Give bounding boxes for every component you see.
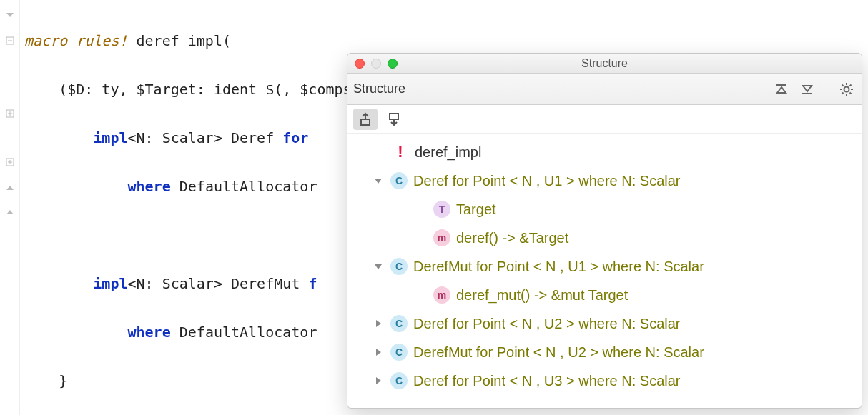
svg-point-10 bbox=[844, 86, 849, 91]
token-text: } bbox=[24, 372, 67, 389]
class-icon: C bbox=[390, 258, 408, 275]
gutter-fold-icon[interactable] bbox=[0, 101, 19, 126]
indent bbox=[24, 129, 93, 146]
gutter-fold-icon[interactable] bbox=[0, 4, 19, 29]
tree-label: Deref for Point < N , U3 > where N: Scal… bbox=[413, 373, 681, 389]
root: macro_rules! deref_impl( ($D: ty, $Targe… bbox=[0, 0, 868, 415]
tree-label: deref_mut() -> &mut Target bbox=[456, 287, 628, 304]
class-icon: C bbox=[390, 372, 408, 389]
class-icon: C bbox=[390, 315, 408, 332]
token-text: <N: Scalar> Deref bbox=[128, 129, 283, 146]
gutter-fold-icon[interactable] bbox=[0, 174, 19, 199]
macro-icon: ! bbox=[392, 144, 409, 161]
token-text: DefaultAllocator bbox=[171, 178, 317, 195]
token-keyword: f bbox=[308, 275, 317, 292]
indent bbox=[24, 275, 93, 292]
gutter-fold-icon[interactable] bbox=[0, 199, 19, 223]
toolbar-separator bbox=[827, 80, 827, 99]
disclosure-right-icon[interactable] bbox=[372, 317, 385, 330]
structure-panel: Structure Structure bbox=[347, 53, 862, 409]
svg-line-17 bbox=[842, 92, 844, 94]
tree-label: DerefMut for Point < N , U2 > where N: S… bbox=[413, 344, 704, 361]
tree-row[interactable]: !deref_impl bbox=[350, 138, 859, 166]
tree-label: deref_impl bbox=[415, 144, 481, 161]
tree-row[interactable]: TTarget bbox=[350, 195, 859, 224]
sub-toolbar bbox=[347, 105, 862, 134]
token-text: deref_impl( bbox=[128, 32, 232, 49]
disclosure-down-icon[interactable] bbox=[372, 260, 385, 273]
tree-row[interactable]: mderef_mut() -> &mut Target bbox=[350, 281, 859, 309]
tree-label: Deref for Point < N , U2 > where N: Scal… bbox=[413, 316, 681, 332]
tree-row[interactable]: CDeref for Point < N , U3 > where N: Sca… bbox=[350, 366, 859, 395]
class-icon: C bbox=[390, 172, 408, 189]
panel-title: Structure bbox=[353, 81, 405, 96]
toolbar: Structure bbox=[347, 74, 862, 105]
scroll-to-source-icon[interactable] bbox=[353, 109, 378, 130]
window-controls bbox=[347, 59, 398, 69]
tree-label: Deref for Point < N , U1 > where N: Scal… bbox=[413, 173, 681, 189]
indent bbox=[24, 178, 128, 195]
method-icon: m bbox=[433, 286, 450, 304]
token-keyword: where bbox=[128, 324, 171, 341]
token-macro: macro_rules! bbox=[24, 32, 128, 49]
scroll-from-source-icon[interactable] bbox=[382, 109, 406, 130]
tree-row[interactable]: CDerefMut for Point < N , U1 > where N: … bbox=[350, 252, 859, 281]
minimize-icon[interactable] bbox=[371, 59, 381, 69]
tree-label: DerefMut for Point < N , U1 > where N: S… bbox=[413, 259, 704, 275]
disclosure-right-icon[interactable] bbox=[372, 346, 385, 359]
token-keyword: impl bbox=[93, 129, 127, 146]
gear-icon[interactable] bbox=[837, 80, 856, 99]
disclosure-down-icon[interactable] bbox=[372, 174, 385, 187]
editor-gutter bbox=[0, 0, 20, 415]
collapse-up-icon[interactable] bbox=[772, 80, 791, 99]
disclosure-right-icon[interactable] bbox=[372, 374, 385, 387]
token-keyword: where bbox=[128, 178, 171, 195]
class-icon: C bbox=[390, 344, 408, 361]
tree-row[interactable]: CDerefMut for Point < N , U2 > where N: … bbox=[350, 338, 859, 366]
svg-rect-19 bbox=[361, 119, 370, 125]
token-text: <N: Scalar> DerefMut bbox=[128, 275, 309, 292]
svg-line-16 bbox=[850, 92, 852, 94]
tree-label: deref() -> &Target bbox=[456, 230, 568, 246]
structure-tree[interactable]: !deref_implCDeref for Point < N , U1 > w… bbox=[347, 134, 862, 408]
token-text: DefaultAllocator bbox=[171, 324, 317, 341]
svg-rect-20 bbox=[390, 114, 398, 119]
type-icon: T bbox=[433, 201, 450, 218]
svg-line-18 bbox=[850, 84, 852, 86]
window-title: Structure bbox=[347, 57, 862, 70]
method-icon: m bbox=[433, 229, 450, 246]
gutter-fold-icon[interactable] bbox=[0, 150, 19, 174]
titlebar[interactable]: Structure bbox=[347, 54, 862, 74]
expand-down-icon[interactable] bbox=[798, 80, 817, 99]
gutter-fold-icon[interactable] bbox=[0, 29, 19, 53]
indent bbox=[24, 324, 128, 341]
token-keyword: impl bbox=[93, 275, 127, 292]
tree-row[interactable]: CDeref for Point < N , U1 > where N: Sca… bbox=[350, 166, 859, 195]
tree-label: Target bbox=[456, 201, 496, 218]
zoom-icon[interactable] bbox=[388, 59, 398, 69]
tree-row[interactable]: mderef() -> &Target bbox=[350, 224, 859, 252]
svg-line-15 bbox=[842, 84, 844, 86]
tree-row[interactable]: CDeref for Point < N , U2 > where N: Sca… bbox=[350, 309, 859, 338]
token-keyword: for bbox=[282, 129, 308, 146]
close-icon[interactable] bbox=[355, 59, 365, 69]
